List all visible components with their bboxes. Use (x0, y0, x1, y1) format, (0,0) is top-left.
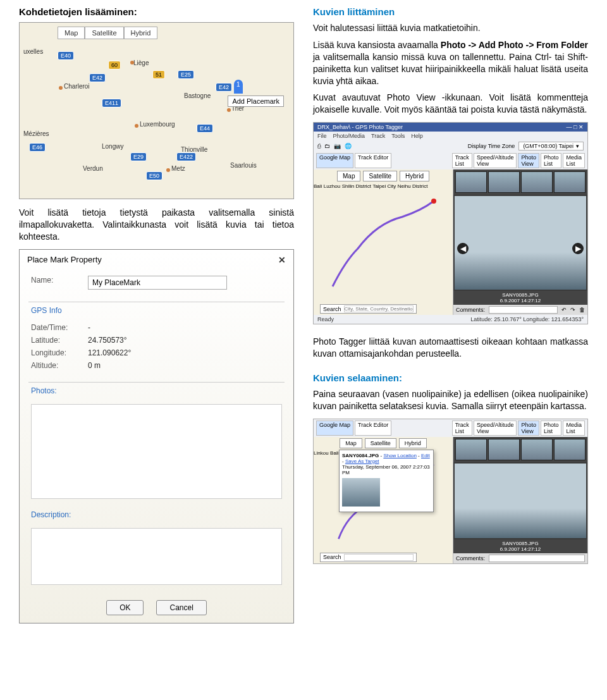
toolbar-icon[interactable]: 🗀 (324, 143, 330, 149)
tab-medialist[interactable]: Media List (563, 153, 585, 168)
photos-box (31, 404, 282, 499)
comments-label: Comments: (456, 555, 485, 562)
longitude-label: Longitude: (31, 348, 88, 357)
cancel-button[interactable]: Cancel (156, 600, 206, 615)
map-panel[interactable]: Map Satellite Hybrid Bali Luzhou Shilin … (314, 169, 453, 315)
para-paina-seuraavan: Paina seuraavan (vasen nuolipainike) ja … (313, 388, 588, 412)
road-badge: E422 (176, 152, 196, 161)
tab-tracklist[interactable]: Track List (452, 421, 472, 436)
map-europe: Map Satellite Hybrid uxelles Liège Charl… (19, 22, 294, 199)
popup-thumbnail (342, 478, 380, 507)
toolbar-icon[interactable]: 🌐 (345, 143, 352, 149)
popup-link-showloc[interactable]: Show Location (383, 453, 416, 458)
city-label: Luxembourg (140, 121, 175, 128)
add-placemark-button[interactable]: Add Placemark (228, 95, 284, 107)
mini-tab-satellite[interactable]: Satellite (363, 171, 397, 181)
photo-thumbnail[interactable] (554, 439, 586, 460)
map-tab-map[interactable]: Map (58, 27, 85, 39)
tab-photolist[interactable]: Photo List (541, 421, 562, 436)
photo-thumbnail[interactable] (521, 439, 553, 460)
tab-google-map[interactable]: Google Map (316, 421, 353, 436)
map-tab-hybrid[interactable]: Hybrid (124, 27, 158, 39)
search-label: Search (323, 306, 341, 312)
mini-tab-hybrid[interactable]: Hybrid (400, 171, 429, 181)
map-tab-satellite[interactable]: Satellite (85, 27, 123, 39)
comments-input[interactable] (489, 306, 558, 314)
timezone-value: (GMT+08:00) Taipei (523, 143, 573, 149)
city-label: Charleroi (64, 83, 90, 90)
text-fragment: ja valitsemalla kansio missä kuva on tal… (313, 52, 588, 86)
gps-info-title: GPS Info (20, 306, 293, 315)
mini-tab-hybrid[interactable]: Hybrid (399, 438, 427, 448)
para-lisaa-kuva: Lisää kuva kansiosta avaamalla Photo -> … (313, 39, 588, 87)
photo-thumbnail[interactable] (455, 439, 487, 460)
city-label: Longwy (102, 143, 123, 150)
map-panel[interactable]: Map Satellite Hybrid Linkou Bali Shilin … (314, 437, 453, 563)
popup-link-edit[interactable]: Edit (421, 453, 430, 458)
window-controls[interactable]: — □ ✕ (567, 124, 584, 130)
road-badge: 51 (152, 70, 165, 79)
toolbar-icon[interactable]: 📷 (334, 143, 341, 149)
name-input[interactable] (88, 276, 227, 290)
tab-photolist[interactable]: Photo List (541, 153, 562, 168)
photo-thumbnail[interactable] (554, 171, 586, 193)
search-input[interactable] (344, 305, 414, 312)
main-photo (455, 464, 586, 538)
tab-track-editor[interactable]: Track Editor (355, 153, 391, 168)
tab-medialist[interactable]: Media List (563, 421, 585, 436)
photo-thumbnail[interactable] (488, 171, 520, 193)
photo-thumbnail[interactable] (488, 439, 520, 460)
mini-tab-map[interactable]: Map (340, 438, 362, 448)
mini-tab-satellite[interactable]: Satellite (365, 438, 396, 448)
city-dot-icon (135, 124, 138, 128)
description-input[interactable] (31, 528, 282, 585)
popup-date: Thursday, September 06, 2007 2:27:03 PM (342, 464, 431, 476)
rotate-left-icon[interactable]: ↶ (561, 307, 567, 313)
svg-point-0 (431, 199, 436, 204)
ok-button[interactable]: OK (106, 600, 144, 615)
menu-photomedia[interactable]: Photo/Media (333, 133, 365, 139)
road-badge: E411 (102, 99, 121, 107)
tab-speedalt[interactable]: Speed/Altitude View (474, 421, 517, 436)
menu-help[interactable]: Help (411, 133, 423, 139)
road-badge: E25 (178, 70, 194, 79)
tab-google-map[interactable]: Google Map (316, 153, 353, 168)
city-dot-icon (166, 168, 170, 172)
photo-thumbnail[interactable] (521, 171, 553, 193)
status-latlon: Latitude: 25.10.767° Longitude: 121.6543… (470, 316, 584, 322)
tab-track-editor[interactable]: Track Editor (355, 421, 391, 436)
altitude-label: Altitude: (31, 361, 88, 370)
prev-photo-button[interactable]: ◀ (457, 243, 469, 254)
photo-filename: SANY0085.JPG (502, 292, 538, 298)
heading-kuvien-selaaminen: Kuvien selaaminen: (313, 372, 588, 383)
tab-photoview[interactable]: Photo View (518, 421, 539, 436)
road-badge: E42 (216, 83, 232, 92)
search-input[interactable] (344, 554, 414, 561)
city-dot-icon (59, 86, 63, 90)
toolbar-icon[interactable]: ⎙ (317, 143, 321, 149)
mini-tab-map[interactable]: Map (337, 171, 360, 181)
menu-track[interactable]: Track (371, 133, 385, 139)
next-photo-button[interactable]: ▶ (572, 243, 584, 254)
timezone-dropdown[interactable]: (GMT+08:00) Taipei▾ (518, 142, 584, 150)
menu-file[interactable]: File (317, 133, 327, 139)
para-voit-halutessasi: Voit halutessasi liittää kuvia matkatiet… (313, 22, 588, 34)
popup-filename: SANY0084.JPG (342, 453, 379, 458)
add-placemark-label: Add Placemark (232, 97, 279, 105)
app-screenshot-photoview: DRX_Behav\ - GPS Photo Tagger — □ ✕ File… (313, 122, 588, 324)
longitude-value: 121.090622° (88, 348, 131, 357)
datetime-label: Date/Time: (31, 323, 88, 332)
para-photo-tagger: Photo Tagger liittää kuvan automaattises… (313, 336, 588, 360)
rotate-right-icon[interactable]: ↷ (570, 307, 575, 313)
map-pin-icon[interactable] (234, 80, 243, 94)
delete-icon[interactable]: 🗑 (579, 307, 585, 313)
app-title: DRX_Behav\ - GPS Photo Tagger (317, 124, 403, 130)
tab-speedalt[interactable]: Speed/Altitude View (474, 153, 517, 168)
comments-input[interactable] (489, 555, 585, 562)
popup-link-save[interactable]: Save As Target (345, 458, 379, 464)
tab-tracklist[interactable]: Track List (452, 153, 472, 168)
close-icon[interactable]: ✕ (278, 255, 286, 265)
photo-thumbnail[interactable] (455, 171, 487, 193)
tab-photoview[interactable]: Photo View (518, 153, 539, 168)
menu-tools[interactable]: Tools (391, 133, 405, 139)
